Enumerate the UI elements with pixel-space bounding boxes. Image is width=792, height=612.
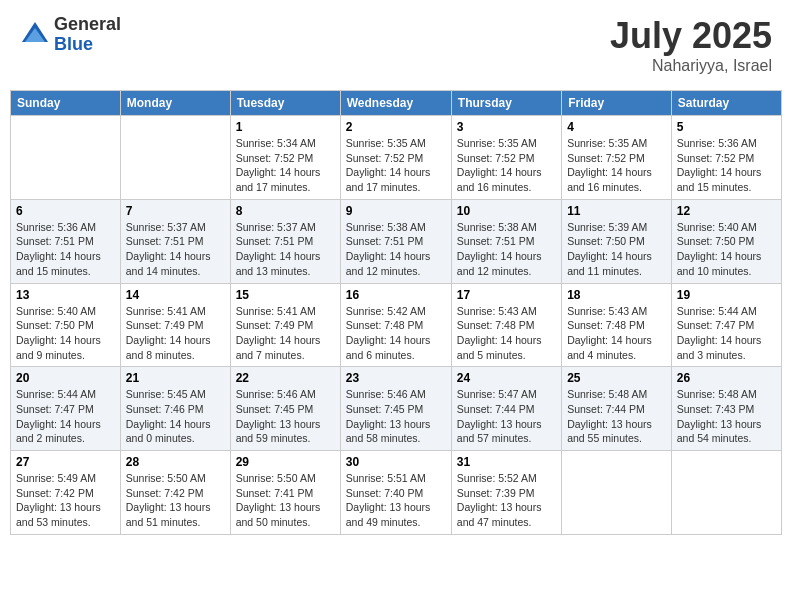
day-info: Sunrise: 5:38 AM Sunset: 7:51 PM Dayligh… bbox=[346, 220, 446, 279]
day-info: Sunrise: 5:43 AM Sunset: 7:48 PM Dayligh… bbox=[567, 304, 666, 363]
day-number: 20 bbox=[16, 371, 115, 385]
day-number: 29 bbox=[236, 455, 335, 469]
day-info: Sunrise: 5:46 AM Sunset: 7:45 PM Dayligh… bbox=[236, 387, 335, 446]
day-number: 15 bbox=[236, 288, 335, 302]
day-number: 27 bbox=[16, 455, 115, 469]
day-info: Sunrise: 5:35 AM Sunset: 7:52 PM Dayligh… bbox=[457, 136, 556, 195]
day-number: 5 bbox=[677, 120, 776, 134]
day-number: 25 bbox=[567, 371, 666, 385]
day-info: Sunrise: 5:48 AM Sunset: 7:44 PM Dayligh… bbox=[567, 387, 666, 446]
day-cell: 10Sunrise: 5:38 AM Sunset: 7:51 PM Dayli… bbox=[451, 199, 561, 283]
day-info: Sunrise: 5:34 AM Sunset: 7:52 PM Dayligh… bbox=[236, 136, 335, 195]
day-cell bbox=[562, 451, 672, 535]
day-cell: 4Sunrise: 5:35 AM Sunset: 7:52 PM Daylig… bbox=[562, 116, 672, 200]
day-number: 11 bbox=[567, 204, 666, 218]
day-cell: 15Sunrise: 5:41 AM Sunset: 7:49 PM Dayli… bbox=[230, 283, 340, 367]
calendar-table: SundayMondayTuesdayWednesdayThursdayFrid… bbox=[10, 90, 782, 535]
day-cell: 17Sunrise: 5:43 AM Sunset: 7:48 PM Dayli… bbox=[451, 283, 561, 367]
day-info: Sunrise: 5:41 AM Sunset: 7:49 PM Dayligh… bbox=[126, 304, 225, 363]
day-info: Sunrise: 5:36 AM Sunset: 7:51 PM Dayligh… bbox=[16, 220, 115, 279]
day-number: 16 bbox=[346, 288, 446, 302]
day-cell: 23Sunrise: 5:46 AM Sunset: 7:45 PM Dayli… bbox=[340, 367, 451, 451]
day-cell: 24Sunrise: 5:47 AM Sunset: 7:44 PM Dayli… bbox=[451, 367, 561, 451]
day-info: Sunrise: 5:43 AM Sunset: 7:48 PM Dayligh… bbox=[457, 304, 556, 363]
month-title: July 2025 bbox=[610, 15, 772, 57]
day-number: 17 bbox=[457, 288, 556, 302]
day-number: 24 bbox=[457, 371, 556, 385]
day-cell: 27Sunrise: 5:49 AM Sunset: 7:42 PM Dayli… bbox=[11, 451, 121, 535]
day-number: 2 bbox=[346, 120, 446, 134]
logo: General Blue bbox=[20, 15, 121, 55]
day-cell: 19Sunrise: 5:44 AM Sunset: 7:47 PM Dayli… bbox=[671, 283, 781, 367]
day-number: 23 bbox=[346, 371, 446, 385]
day-cell: 5Sunrise: 5:36 AM Sunset: 7:52 PM Daylig… bbox=[671, 116, 781, 200]
day-cell: 3Sunrise: 5:35 AM Sunset: 7:52 PM Daylig… bbox=[451, 116, 561, 200]
day-cell: 22Sunrise: 5:46 AM Sunset: 7:45 PM Dayli… bbox=[230, 367, 340, 451]
weekday-header-thursday: Thursday bbox=[451, 91, 561, 116]
day-number: 14 bbox=[126, 288, 225, 302]
day-cell: 14Sunrise: 5:41 AM Sunset: 7:49 PM Dayli… bbox=[120, 283, 230, 367]
logo-blue: Blue bbox=[54, 35, 121, 55]
day-info: Sunrise: 5:44 AM Sunset: 7:47 PM Dayligh… bbox=[16, 387, 115, 446]
day-info: Sunrise: 5:47 AM Sunset: 7:44 PM Dayligh… bbox=[457, 387, 556, 446]
day-info: Sunrise: 5:46 AM Sunset: 7:45 PM Dayligh… bbox=[346, 387, 446, 446]
day-cell: 31Sunrise: 5:52 AM Sunset: 7:39 PM Dayli… bbox=[451, 451, 561, 535]
week-row-5: 27Sunrise: 5:49 AM Sunset: 7:42 PM Dayli… bbox=[11, 451, 782, 535]
weekday-header-sunday: Sunday bbox=[11, 91, 121, 116]
day-number: 30 bbox=[346, 455, 446, 469]
day-number: 1 bbox=[236, 120, 335, 134]
day-info: Sunrise: 5:39 AM Sunset: 7:50 PM Dayligh… bbox=[567, 220, 666, 279]
day-info: Sunrise: 5:44 AM Sunset: 7:47 PM Dayligh… bbox=[677, 304, 776, 363]
day-cell: 26Sunrise: 5:48 AM Sunset: 7:43 PM Dayli… bbox=[671, 367, 781, 451]
day-info: Sunrise: 5:37 AM Sunset: 7:51 PM Dayligh… bbox=[236, 220, 335, 279]
day-number: 7 bbox=[126, 204, 225, 218]
day-cell: 6Sunrise: 5:36 AM Sunset: 7:51 PM Daylig… bbox=[11, 199, 121, 283]
week-row-1: 1Sunrise: 5:34 AM Sunset: 7:52 PM Daylig… bbox=[11, 116, 782, 200]
day-number: 12 bbox=[677, 204, 776, 218]
day-cell: 29Sunrise: 5:50 AM Sunset: 7:41 PM Dayli… bbox=[230, 451, 340, 535]
day-info: Sunrise: 5:38 AM Sunset: 7:51 PM Dayligh… bbox=[457, 220, 556, 279]
week-row-4: 20Sunrise: 5:44 AM Sunset: 7:47 PM Dayli… bbox=[11, 367, 782, 451]
day-cell: 12Sunrise: 5:40 AM Sunset: 7:50 PM Dayli… bbox=[671, 199, 781, 283]
logo-text: General Blue bbox=[54, 15, 121, 55]
day-number: 9 bbox=[346, 204, 446, 218]
day-cell: 21Sunrise: 5:45 AM Sunset: 7:46 PM Dayli… bbox=[120, 367, 230, 451]
location-title: Nahariyya, Israel bbox=[610, 57, 772, 75]
week-row-2: 6Sunrise: 5:36 AM Sunset: 7:51 PM Daylig… bbox=[11, 199, 782, 283]
day-number: 28 bbox=[126, 455, 225, 469]
day-cell: 13Sunrise: 5:40 AM Sunset: 7:50 PM Dayli… bbox=[11, 283, 121, 367]
day-info: Sunrise: 5:45 AM Sunset: 7:46 PM Dayligh… bbox=[126, 387, 225, 446]
day-info: Sunrise: 5:49 AM Sunset: 7:42 PM Dayligh… bbox=[16, 471, 115, 530]
day-cell: 11Sunrise: 5:39 AM Sunset: 7:50 PM Dayli… bbox=[562, 199, 672, 283]
day-cell bbox=[671, 451, 781, 535]
day-number: 19 bbox=[677, 288, 776, 302]
day-number: 3 bbox=[457, 120, 556, 134]
day-cell: 30Sunrise: 5:51 AM Sunset: 7:40 PM Dayli… bbox=[340, 451, 451, 535]
day-info: Sunrise: 5:37 AM Sunset: 7:51 PM Dayligh… bbox=[126, 220, 225, 279]
day-info: Sunrise: 5:48 AM Sunset: 7:43 PM Dayligh… bbox=[677, 387, 776, 446]
weekday-header-monday: Monday bbox=[120, 91, 230, 116]
day-cell: 28Sunrise: 5:50 AM Sunset: 7:42 PM Dayli… bbox=[120, 451, 230, 535]
weekday-header-tuesday: Tuesday bbox=[230, 91, 340, 116]
logo-general: General bbox=[54, 15, 121, 35]
day-info: Sunrise: 5:40 AM Sunset: 7:50 PM Dayligh… bbox=[16, 304, 115, 363]
title-block: July 2025 Nahariyya, Israel bbox=[610, 15, 772, 75]
day-number: 13 bbox=[16, 288, 115, 302]
day-cell: 7Sunrise: 5:37 AM Sunset: 7:51 PM Daylig… bbox=[120, 199, 230, 283]
day-info: Sunrise: 5:50 AM Sunset: 7:41 PM Dayligh… bbox=[236, 471, 335, 530]
day-cell: 9Sunrise: 5:38 AM Sunset: 7:51 PM Daylig… bbox=[340, 199, 451, 283]
day-info: Sunrise: 5:42 AM Sunset: 7:48 PM Dayligh… bbox=[346, 304, 446, 363]
day-info: Sunrise: 5:50 AM Sunset: 7:42 PM Dayligh… bbox=[126, 471, 225, 530]
day-info: Sunrise: 5:35 AM Sunset: 7:52 PM Dayligh… bbox=[567, 136, 666, 195]
day-number: 21 bbox=[126, 371, 225, 385]
day-number: 22 bbox=[236, 371, 335, 385]
page-header: General Blue July 2025 Nahariyya, Israel bbox=[10, 10, 782, 80]
weekday-header-friday: Friday bbox=[562, 91, 672, 116]
day-info: Sunrise: 5:35 AM Sunset: 7:52 PM Dayligh… bbox=[346, 136, 446, 195]
day-cell: 1Sunrise: 5:34 AM Sunset: 7:52 PM Daylig… bbox=[230, 116, 340, 200]
day-cell: 25Sunrise: 5:48 AM Sunset: 7:44 PM Dayli… bbox=[562, 367, 672, 451]
weekday-header-row: SundayMondayTuesdayWednesdayThursdayFrid… bbox=[11, 91, 782, 116]
day-cell bbox=[120, 116, 230, 200]
weekday-header-saturday: Saturday bbox=[671, 91, 781, 116]
day-cell bbox=[11, 116, 121, 200]
